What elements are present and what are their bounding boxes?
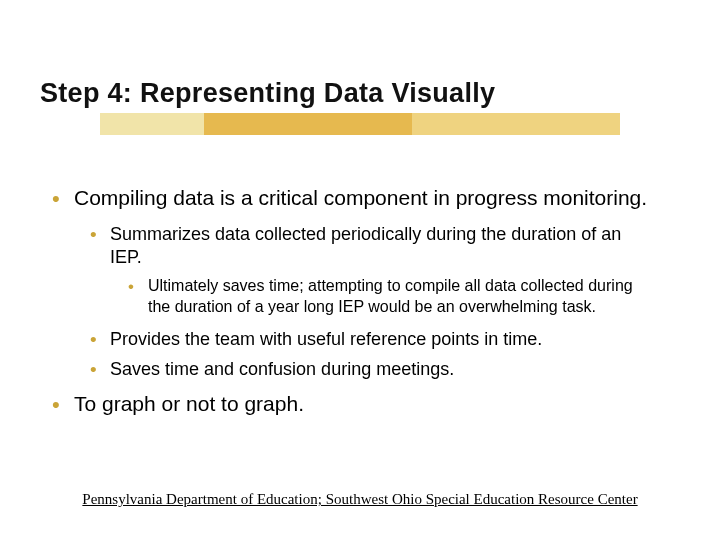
bullet-text: To graph or not to graph.	[74, 392, 304, 415]
bullet-text: Ultimately saves time; attempting to com…	[148, 277, 633, 315]
bullet-text: Compiling data is a critical component i…	[74, 186, 647, 209]
footer: Pennsylvania Department of Education; So…	[0, 490, 720, 508]
bullet-level3: Ultimately saves time; attempting to com…	[128, 276, 640, 318]
bullet-text: Summarizes data collected periodically d…	[110, 224, 621, 267]
bullet-level2: Saves time and confusion during meetings…	[90, 358, 650, 381]
slide: Step 4: Representing Data Visually Compi…	[0, 0, 720, 540]
slide-title: Step 4: Representing Data Visually	[40, 78, 680, 109]
bullet-level1: Compiling data is a critical component i…	[52, 185, 660, 211]
bullet-level2: Summarizes data collected periodically d…	[90, 223, 650, 268]
bullet-level2-group: Summarizes data collected periodically d…	[40, 223, 680, 381]
bullet-level2: Provides the team with useful reference …	[90, 328, 650, 351]
title-underline-accent	[100, 113, 620, 135]
bullet-text: Provides the team with useful reference …	[110, 329, 542, 349]
footer-citation: Pennsylvania Department of Education; So…	[82, 491, 637, 507]
bullet-level3-group: Ultimately saves time; attempting to com…	[40, 276, 680, 318]
title-block: Step 4: Representing Data Visually	[40, 78, 680, 149]
bullet-text: Saves time and confusion during meetings…	[110, 359, 454, 379]
bullet-level1: To graph or not to graph.	[52, 391, 660, 417]
bullet-list: Compiling data is a critical component i…	[40, 185, 680, 417]
content-body: Compiling data is a critical component i…	[40, 185, 680, 417]
